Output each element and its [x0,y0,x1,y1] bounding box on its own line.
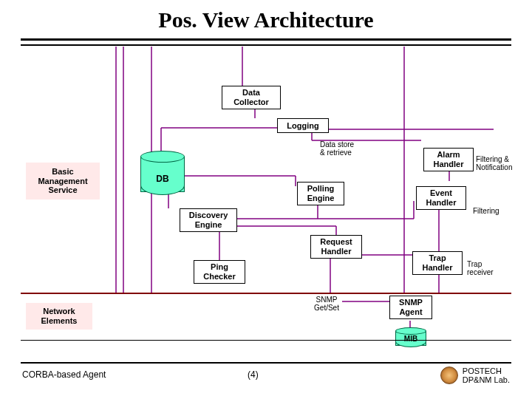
filtering-annotation: Filtering [473,207,499,215]
basic-management-service-label: Basic Management Service [26,163,100,200]
db-cylinder-icon: DB [140,151,185,196]
polling-engine-box: Polling Engine [297,182,344,205]
text: Trap [429,253,446,263]
section-rule-2 [21,340,511,341]
data-store-annotation: Data store & retrieve [320,140,354,157]
section-rule-1 [21,293,511,294]
text: Notification [476,163,512,171]
text: Data [242,88,260,98]
text: Network [43,307,75,316]
text: Elements [41,316,78,326]
text: Agent [399,307,422,317]
trap-receiver-annotation: Trap receiver [467,260,494,276]
request-handler-box: Request Handler [310,235,362,259]
text: Filtering & [476,155,509,163]
text: Engine [195,220,222,230]
text: Handler [426,198,457,208]
text: SNMP [316,296,338,304]
snmp-agent-box: SNMP Agent [389,296,432,319]
text: Handler [321,247,352,256]
title-rule-bottom [21,44,511,46]
event-handler-box: Event Handler [416,186,466,210]
mib-cylinder-icon: MIB [395,328,426,347]
text: POSTECH [463,366,502,375]
text: Management [38,177,87,186]
ping-checker-box: Ping Checker [194,260,245,284]
db-label: DB [140,174,185,184]
text: Collector [233,98,269,107]
filtering-notification-annotation: Filtering & Notification [476,155,512,171]
text: & retrieve [320,149,352,157]
text: Discovery [189,211,228,220]
text: Get/Set [314,304,339,312]
text: Basic [52,167,73,177]
snmp-getset-annotation: SNMP Get/Set [309,296,344,312]
text: SNMP [399,298,423,307]
text: Handler [423,263,453,273]
logging-box: Logging [277,118,329,133]
text: Service [48,185,77,195]
data-collector-box: Data Collector [222,86,281,109]
page-title: Pos. View Architecture [0,7,532,33]
text: Polling [307,184,335,194]
title-rule-top [21,38,511,41]
text: Filtering [473,207,499,215]
discovery-engine-box: Discovery Engine [180,208,237,232]
text: Checker [203,272,235,282]
network-elements-label: Network Elements [26,303,92,330]
text: DP&NM Lab. [463,375,510,384]
text: Data store [320,140,354,149]
postech-logo-icon [440,366,458,384]
trap-handler-box: Trap Handler [412,251,463,275]
text: Logging [287,121,318,131]
text: Event [430,188,452,198]
footer-left: CORBA-based Agent [22,369,106,380]
footer-page-number: (4) [248,369,259,380]
text: Ping [211,262,228,272]
mib-label: MIB [395,335,426,343]
alarm-handler-box: Alarm Handler [423,148,474,171]
footer-rule [21,362,511,364]
text: Engine [307,194,335,203]
footer-right: POSTECH DP&NM Lab. [440,366,510,384]
text: receiver [467,268,494,276]
text: Alarm [437,150,460,160]
text: Request [320,237,352,247]
text: Trap [467,260,482,268]
text: Handler [434,160,464,169]
